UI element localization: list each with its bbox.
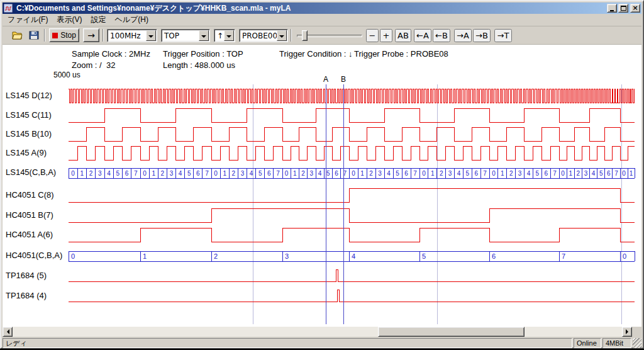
bus-value: 6: [607, 170, 611, 177]
waveform-trace-3: [69, 127, 635, 141]
waveform-display[interactable]: 0123456701234567012345670123456701234567…: [1, 1, 643, 349]
bus-value: 7: [614, 170, 618, 177]
channel-label-9: HC4051(C,B,A): [6, 251, 62, 260]
channel-label-11: TP1684 (4): [6, 291, 47, 300]
bus-value: 3: [241, 170, 245, 177]
bus-value: 4: [318, 170, 322, 177]
statusbar: レディ Online 4MBit: [3, 338, 641, 348]
bus-value: 1: [569, 170, 572, 177]
bus-value: 5: [116, 170, 120, 177]
bus-value: 5: [187, 170, 191, 177]
bus-value: 4: [250, 170, 253, 177]
bus-value: 1: [501, 170, 504, 177]
horizontal-scrollbar[interactable]: [3, 327, 632, 337]
bus-value: 7: [134, 170, 138, 177]
bus-value: 7: [553, 170, 557, 177]
bus-value: 6: [267, 170, 271, 177]
channel-label-3: LS145 B(10): [6, 129, 52, 138]
bus-value: 4: [179, 170, 182, 177]
channel-label-8: HC4051 A(6): [6, 230, 53, 239]
bus-value: 0: [71, 252, 75, 260]
bus-value: 7: [413, 170, 417, 177]
bus-value: 2: [161, 170, 165, 177]
bus-value: 5: [258, 170, 262, 177]
bus-value: 1: [152, 170, 155, 177]
bus-value: 4: [107, 170, 111, 177]
bus-value: 0: [143, 170, 147, 177]
channel-label-2: LS145 C(11): [6, 110, 52, 120]
bus-value: 2: [369, 170, 373, 177]
bus-value: 7: [562, 252, 565, 260]
waveform-trace-11: [69, 290, 635, 302]
bus-value: 2: [89, 170, 93, 177]
status-ready: レディ: [3, 338, 572, 348]
scrollbar-thumb[interactable]: [378, 327, 525, 337]
bus-value: 6: [196, 170, 200, 177]
resize-grip[interactable]: [633, 338, 641, 348]
bus-value: 2: [232, 170, 236, 177]
bus-value: 4: [352, 252, 355, 260]
waveform-trace-2: [69, 108, 635, 122]
channel-label-10: TP1684 (5): [6, 271, 47, 280]
waveform-trace-8: [69, 228, 635, 242]
arrow-right-icon: [626, 329, 631, 334]
bus-value: 2: [577, 170, 580, 177]
bus-value: 6: [474, 170, 478, 177]
bus-value: 1: [223, 170, 226, 177]
bus-value: 0: [561, 170, 565, 177]
channel-label-6: HC4051 C(8): [6, 190, 54, 200]
bus-value: 0: [214, 170, 218, 177]
bus-value: 2: [301, 170, 305, 177]
bus-value: 4: [592, 170, 596, 177]
bus-value: 5: [536, 170, 540, 177]
bus-value: 5: [599, 170, 603, 177]
channel-label-1: LS145 D(12): [6, 91, 52, 100]
arrow-left-icon: [4, 329, 9, 334]
bus-value: 2: [440, 170, 443, 177]
scroll-left-button[interactable]: [3, 327, 13, 337]
bus-value: 1: [293, 170, 297, 177]
scroll-right-button[interactable]: [622, 327, 632, 337]
bus-value: 3: [310, 170, 314, 177]
bus-value: 3: [584, 170, 588, 177]
bus-value: 6: [335, 170, 338, 177]
marker-label-B: B: [341, 75, 346, 84]
bus-value: 5: [422, 252, 426, 260]
bus-value: 4: [457, 170, 461, 177]
bus-value: 1: [143, 252, 147, 260]
bus-value: 5: [396, 170, 399, 177]
bus-value: 6: [404, 170, 408, 177]
bus-value: 4: [527, 170, 531, 177]
waveform-trace-10: [69, 269, 635, 281]
bus-value: 6: [492, 252, 496, 260]
bus-value: 0: [492, 170, 496, 177]
bus-value: 0: [352, 170, 355, 177]
channel-label-5: LS145(C,B,A): [6, 167, 56, 177]
waveform-trace-6: [69, 188, 635, 202]
bus-value: 6: [125, 170, 129, 177]
bus-value: 4: [387, 170, 391, 177]
app-window: C:¥Documents and Settings¥noname¥デスクトップ¥…: [0, 0, 644, 349]
bus-value: 2: [214, 252, 218, 260]
scrollbar-corner: [632, 327, 642, 337]
bus-value: 3: [448, 170, 452, 177]
channel-label-4: LS145 A(9): [6, 148, 47, 157]
bus-value: 1: [431, 170, 435, 177]
channel-label-7: HC4051 B(7): [6, 210, 53, 220]
bus-value: 3: [170, 170, 174, 177]
bus-value: 3: [285, 252, 289, 260]
marker-label-A: A: [323, 75, 328, 84]
bus-value: 1: [80, 170, 84, 177]
bus-value: 5: [466, 170, 470, 177]
bus-value: 3: [98, 170, 102, 177]
bus-value: 0: [622, 170, 626, 177]
bus-value: 2: [509, 170, 513, 177]
waveform-trace-1: [69, 89, 635, 103]
bus-value: 3: [518, 170, 522, 177]
bus-value: 7: [276, 170, 280, 177]
bus-value: 0: [71, 170, 75, 177]
bus-value: 6: [544, 170, 548, 177]
bus-value: 0: [285, 170, 289, 177]
waveform-trace-7: [69, 208, 635, 222]
bus-value: 3: [378, 170, 382, 177]
